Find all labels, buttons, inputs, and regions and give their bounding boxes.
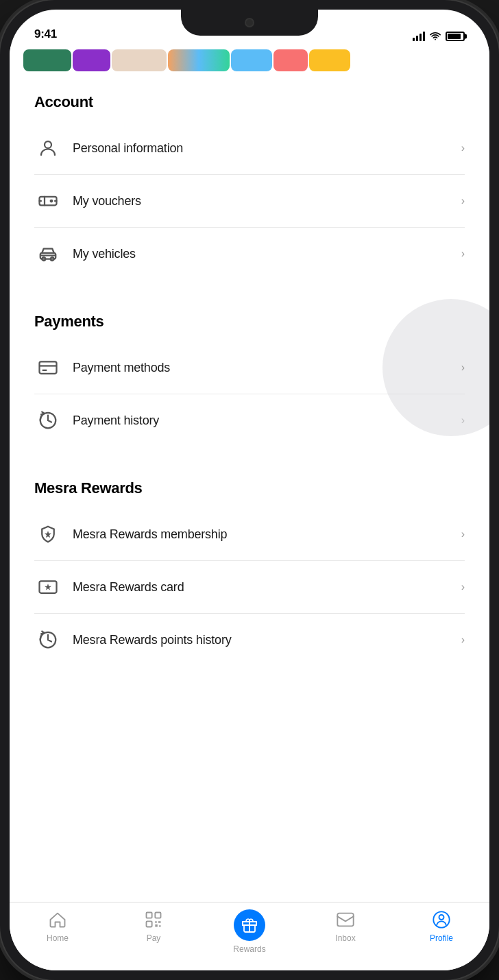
svg-rect-7	[40, 361, 57, 374]
tab-inbox[interactable]: Inbox	[297, 909, 393, 943]
phone-frame: 9:41	[0, 0, 499, 980]
svg-rect-15	[147, 921, 152, 927]
voucher-icon	[34, 187, 62, 215]
svg-rect-14	[155, 913, 160, 918]
svg-rect-1	[40, 197, 57, 206]
personal-information-label: Personal information	[73, 141, 450, 156]
status-icons	[413, 32, 465, 41]
wifi-icon	[429, 32, 441, 41]
tab-rewards[interactable]: Rewards	[202, 909, 297, 954]
payment-history-chevron: ›	[461, 414, 465, 427]
profile-tab-label: Profile	[430, 933, 453, 943]
account-menu-list: Personal information › My vouchers	[34, 122, 465, 280]
tab-home[interactable]: Home	[10, 909, 106, 943]
payment-methods-label: Payment methods	[73, 361, 450, 375]
mesra-card-item[interactable]: Mesra Rewards card ›	[34, 561, 465, 614]
person-icon	[34, 134, 62, 162]
battery-icon	[446, 32, 465, 41]
svg-point-0	[45, 141, 51, 148]
my-vouchers-chevron: ›	[461, 195, 465, 207]
svg-point-17	[439, 915, 444, 920]
mesra-rewards-section-title: Mesra Rewards	[34, 479, 465, 497]
mesra-card-label: Mesra Rewards card	[73, 580, 450, 595]
mesra-membership-chevron: ›	[461, 528, 465, 540]
clock-star-icon	[34, 626, 62, 654]
personal-information-chevron: ›	[461, 142, 465, 154]
pay-tab-icon	[143, 909, 164, 930]
notch	[181, 10, 318, 36]
tab-bar: Home Pay	[10, 902, 489, 970]
mesra-points-item[interactable]: Mesra Rewards points history ›	[34, 614, 465, 666]
content-area[interactable]: Account Personal information ›	[10, 47, 489, 902]
profile-tab-icon	[431, 909, 452, 930]
my-vouchers-item[interactable]: My vouchers ›	[34, 175, 465, 228]
home-tab-label: Home	[47, 933, 69, 943]
mesra-membership-label: Mesra Rewards membership	[73, 527, 450, 542]
mesra-rewards-section: Mesra Rewards Mesra Rewards membership ›	[10, 460, 489, 666]
account-section-title: Account	[34, 93, 465, 111]
account-section: Account Personal information ›	[10, 74, 489, 280]
star-shield-icon	[34, 521, 62, 548]
mesra-membership-item[interactable]: Mesra Rewards membership ›	[34, 508, 465, 561]
payment-history-label: Payment history	[73, 414, 450, 428]
svg-point-2	[51, 200, 53, 202]
mesra-rewards-menu-list: Mesra Rewards membership › Mesra Rewards…	[34, 508, 465, 666]
mesra-points-label: Mesra Rewards points history	[73, 633, 450, 647]
payment-card-icon	[34, 354, 62, 381]
rewards-tab-label: Rewards	[233, 944, 265, 954]
inbox-tab-label: Inbox	[335, 933, 355, 943]
tab-profile[interactable]: Profile	[393, 909, 489, 943]
pay-tab-label: Pay	[147, 933, 161, 943]
rewards-tab-icon	[234, 909, 265, 941]
mesra-points-chevron: ›	[461, 634, 465, 646]
front-camera	[245, 18, 254, 27]
payment-history-icon	[34, 407, 62, 434]
payment-methods-item[interactable]: Payment methods ›	[34, 342, 465, 394]
tab-pay[interactable]: Pay	[106, 909, 202, 943]
star-card-icon	[34, 573, 62, 601]
my-vehicles-item[interactable]: My vehicles ›	[34, 228, 465, 280]
payments-section-title: Payments	[34, 313, 465, 331]
signal-icon	[413, 32, 425, 41]
svg-rect-13	[147, 913, 152, 918]
my-vehicles-label: My vehicles	[73, 247, 450, 261]
payment-methods-chevron: ›	[461, 361, 465, 374]
my-vouchers-label: My vouchers	[73, 194, 450, 208]
car-icon	[34, 240, 62, 267]
payments-section: Payments Payment methods ›	[10, 294, 489, 446]
inbox-tab-icon	[335, 909, 356, 930]
home-tab-icon	[47, 909, 68, 930]
color-strip	[10, 47, 489, 74]
payment-history-item[interactable]: Payment history ›	[34, 394, 465, 446]
phone-screen: 9:41	[10, 10, 489, 970]
status-time: 9:41	[34, 27, 57, 41]
mesra-card-chevron: ›	[461, 581, 465, 593]
my-vehicles-chevron: ›	[461, 248, 465, 260]
personal-information-item[interactable]: Personal information ›	[34, 122, 465, 175]
payments-menu-list: Payment methods ›	[34, 342, 465, 446]
